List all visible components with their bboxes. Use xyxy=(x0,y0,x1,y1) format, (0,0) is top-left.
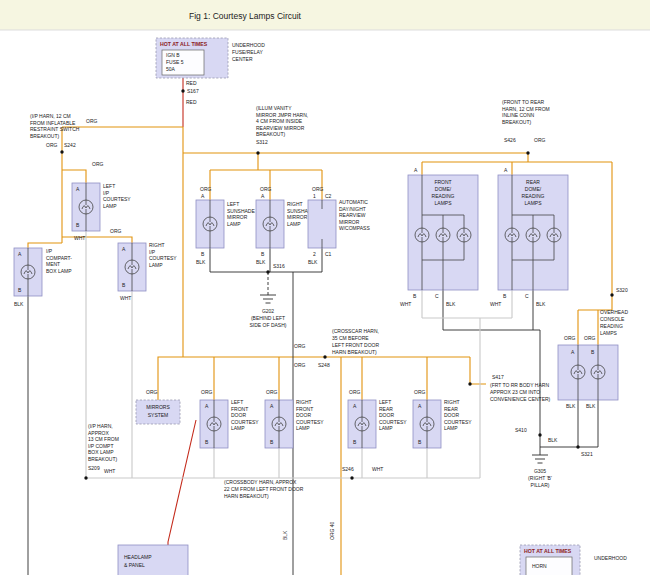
wire-color-label: BLK xyxy=(282,530,288,540)
svg-text:MIRROR: MIRROR xyxy=(287,214,308,220)
svg-text:RESTRAINT SWITCH: RESTRAINT SWITCH xyxy=(30,126,80,132)
pin-label: A xyxy=(414,167,418,173)
wire-color-label: ORG xyxy=(146,389,158,395)
wire-color-label: ORG xyxy=(266,389,278,395)
svg-text:DAY/NIGHT: DAY/NIGHT xyxy=(339,206,366,212)
fuse-name: IGN B xyxy=(166,52,180,58)
splice-label: S410 xyxy=(515,427,527,433)
pin-label: C xyxy=(525,293,529,299)
wire-color-label: ORG xyxy=(414,389,426,395)
svg-text:SYSTEM: SYSTEM xyxy=(148,412,169,418)
auto-daynight-rearview-mirror: ORG 1 C2 AUTOMATIC DAY/NIGHT REARVIEW MI… xyxy=(308,186,370,265)
svg-text:(FRONT TO REAR: (FRONT TO REAR xyxy=(502,99,545,105)
svg-text:FRONT: FRONT xyxy=(296,406,313,412)
s426-note: (FRONT TO REAR HARN, 12 CM FROM INLINE C… xyxy=(502,99,550,155)
pin-label: C1 xyxy=(325,251,332,257)
splice-s242 xyxy=(60,150,63,153)
right-ip-courtesy-lamp: A B RIGHT I/P COURTESY LAMP WHT xyxy=(118,242,177,301)
splice-s320 xyxy=(610,293,613,296)
rear-dome-reading-lamps: A REAR DOME/ READING LAMPS B WHT C BLK xyxy=(490,167,568,307)
svg-text:35 CM BEFORE: 35 CM BEFORE xyxy=(332,335,369,341)
splice-s426 xyxy=(526,151,529,154)
svg-text:BREAKOUT): BREAKOUT) xyxy=(256,131,286,137)
svg-text:& PANEL: & PANEL xyxy=(124,562,145,568)
right-front-door-courtesy-lamp: ORG A B RIGHT FRONT DOOR COURTESY LAMP xyxy=(265,389,324,448)
splice-label: S209 xyxy=(88,465,100,471)
left-rear-door-courtesy-lamp: ORG A B LEFT REAR DOOR COURTESY LAMP xyxy=(348,389,407,448)
splice-s321 xyxy=(576,445,579,448)
svg-text:COURTESY: COURTESY xyxy=(379,419,407,425)
splice-s246 xyxy=(350,476,353,479)
svg-text:22 CM FROM LEFT FRONT DOOR: 22 CM FROM LEFT FRONT DOOR xyxy=(224,486,304,492)
splice-s167 xyxy=(181,89,184,92)
svg-text:(CROSSCAR HARN,: (CROSSCAR HARN, xyxy=(332,328,379,334)
splice-s312 xyxy=(256,151,259,154)
svg-text:(BEHIND LEFT: (BEHIND LEFT xyxy=(251,315,285,321)
svg-text:REAR: REAR xyxy=(444,406,458,412)
fuse-location: UNDERHOOD xyxy=(594,555,627,561)
wire-color-label: BLK xyxy=(308,259,318,265)
pin-label: C xyxy=(435,293,439,299)
splice-label: S312 xyxy=(256,139,268,145)
svg-text:READING: READING xyxy=(522,193,545,199)
svg-text:COURTESY: COURTESY xyxy=(231,419,259,425)
svg-text:LEFT: LEFT xyxy=(231,399,243,405)
ground-g202: G202 (BEHIND LEFT SIDE OF DASH) xyxy=(250,308,287,328)
svg-text:LAMPS: LAMPS xyxy=(435,200,453,206)
wire-color-label: ORG xyxy=(200,186,212,192)
front-dome-reading-lamps: A FRONT DOME/ READING LAMPS B WHT C BLK xyxy=(400,167,478,307)
pin-label: 1 xyxy=(313,193,316,199)
svg-text:FROM INFLATABLE: FROM INFLATABLE xyxy=(30,120,76,126)
svg-text:13 CM FROM: 13 CM FROM xyxy=(88,436,119,442)
wire-color-label: RED xyxy=(186,80,197,86)
svg-text:LAMP: LAMP xyxy=(103,203,117,209)
svg-text:LEFT: LEFT xyxy=(227,201,239,207)
fuse-location: UNDERHOOD xyxy=(232,42,265,48)
wire-color-label: BLK xyxy=(548,437,558,443)
s242-note: (I/P HARN, 12 CM FROM INFLATABLE RESTRAI… xyxy=(30,113,80,154)
svg-text:DOOR: DOOR xyxy=(296,412,311,418)
headlamp-panel-switch: HEADLAMP & PANEL xyxy=(118,545,188,575)
svg-text:LAMP: LAMP xyxy=(287,221,301,227)
wire-color-label: ORG xyxy=(294,362,306,368)
svg-text:MIRRORS: MIRRORS xyxy=(146,404,170,410)
svg-text:(ILLUM VANITY: (ILLUM VANITY xyxy=(256,105,292,111)
svg-text:LAMP: LAMP xyxy=(231,425,245,431)
pin-label: B xyxy=(413,293,417,299)
svg-text:DOOR: DOOR xyxy=(231,412,246,418)
left-ip-courtesy-lamp: A B LEFT I/P COURTESY LAMP WHT xyxy=(72,183,131,241)
splice-s410 xyxy=(538,433,541,436)
underhood-fuse-center-top: HOT AT ALL TIMES IGN B FUSE 5 50A UNDERH… xyxy=(156,38,265,105)
svg-text:BOX LAMP: BOX LAMP xyxy=(88,449,114,455)
svg-text:LAMP: LAMP xyxy=(149,262,163,268)
svg-text:LEFT FRONT DOOR: LEFT FRONT DOOR xyxy=(332,342,379,348)
pin-label: B xyxy=(503,293,507,299)
svg-text:READING: READING xyxy=(600,323,623,329)
underhood-fuse-center-bottom: HOT AT ALL TIMES HORN UNDERHOOD xyxy=(520,545,627,575)
svg-text:APPROX: APPROX xyxy=(88,430,110,436)
s417-note: S417 (FRT TO RR BODY HARN APPROX 23 CM I… xyxy=(468,374,550,402)
svg-text:PILLAR): PILLAR) xyxy=(531,482,550,488)
wire-color-label: ORG xyxy=(294,343,306,349)
svg-text:LAMP: LAMP xyxy=(227,221,241,227)
svg-text:BREAKOUT): BREAKOUT) xyxy=(502,119,532,125)
wire-color-label: WHT xyxy=(400,301,411,307)
fuse-location: FUSE/RELAY xyxy=(232,49,263,55)
svg-text:I/P: I/P xyxy=(46,248,53,254)
pin-label: B xyxy=(201,251,205,257)
hot-label: HOT AT ALL TIMES xyxy=(524,548,572,554)
svg-text:RIGHT: RIGHT xyxy=(149,242,165,248)
pin-label: A xyxy=(201,193,205,199)
svg-text:CONVENIENCE CENTER): CONVENIENCE CENTER) xyxy=(490,396,551,402)
svg-text:CONSOLE: CONSOLE xyxy=(600,316,625,322)
figure-title: Fig 1: Courtesy Lamps Circuit xyxy=(189,11,302,21)
svg-text:G305: G305 xyxy=(534,468,546,474)
svg-text:REAR: REAR xyxy=(379,406,393,412)
svg-text:APPROX 23 CM INTO: APPROX 23 CM INTO xyxy=(490,389,540,395)
svg-text:OVERHEAD: OVERHEAD xyxy=(600,309,628,315)
svg-text:G202: G202 xyxy=(262,308,274,314)
svg-text:4 CM FROM INSIDE: 4 CM FROM INSIDE xyxy=(256,118,303,124)
wire-color-label: ORG xyxy=(312,186,324,192)
svg-text:MIRROR: MIRROR xyxy=(339,219,360,225)
fuse-number: FUSE 5 xyxy=(166,59,184,65)
